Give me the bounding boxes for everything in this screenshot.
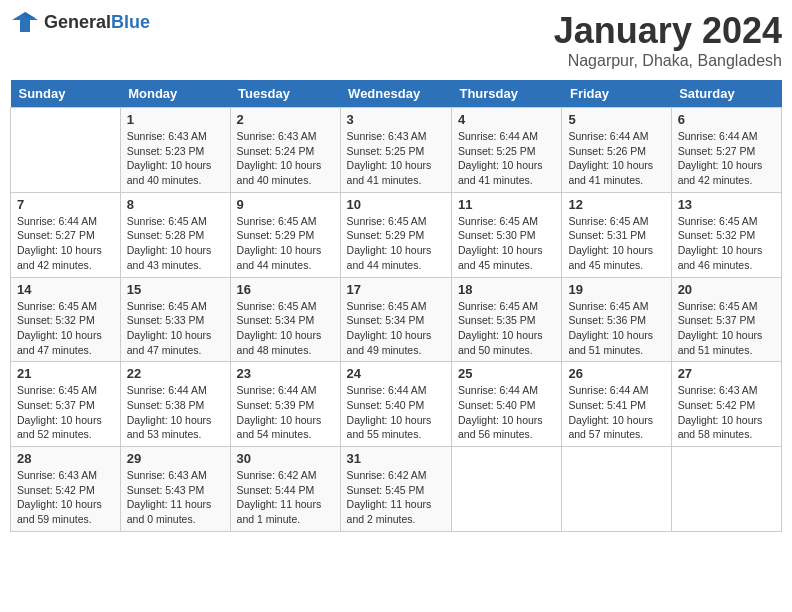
- day-number: 26: [568, 366, 664, 381]
- day-number: 31: [347, 451, 445, 466]
- day-info: Sunrise: 6:45 AM Sunset: 5:34 PM Dayligh…: [237, 299, 334, 358]
- day-info: Sunrise: 6:44 AM Sunset: 5:25 PM Dayligh…: [458, 129, 555, 188]
- day-number: 19: [568, 282, 664, 297]
- location-subtitle: Nagarpur, Dhaka, Bangladesh: [554, 52, 782, 70]
- calendar-cell: 21Sunrise: 6:45 AM Sunset: 5:37 PM Dayli…: [11, 362, 121, 447]
- day-number: 21: [17, 366, 114, 381]
- day-info: Sunrise: 6:45 AM Sunset: 5:29 PM Dayligh…: [237, 214, 334, 273]
- column-header-thursday: Thursday: [451, 80, 561, 108]
- calendar-cell: 23Sunrise: 6:44 AM Sunset: 5:39 PM Dayli…: [230, 362, 340, 447]
- column-header-monday: Monday: [120, 80, 230, 108]
- day-number: 25: [458, 366, 555, 381]
- day-number: 22: [127, 366, 224, 381]
- calendar-table: SundayMondayTuesdayWednesdayThursdayFrid…: [10, 80, 782, 532]
- day-info: Sunrise: 6:43 AM Sunset: 5:25 PM Dayligh…: [347, 129, 445, 188]
- day-info: Sunrise: 6:43 AM Sunset: 5:43 PM Dayligh…: [127, 468, 224, 527]
- day-number: 17: [347, 282, 445, 297]
- calendar-week-row: 7Sunrise: 6:44 AM Sunset: 5:27 PM Daylig…: [11, 192, 782, 277]
- day-info: Sunrise: 6:45 AM Sunset: 5:32 PM Dayligh…: [678, 214, 775, 273]
- day-info: Sunrise: 6:44 AM Sunset: 5:40 PM Dayligh…: [347, 383, 445, 442]
- day-info: Sunrise: 6:45 AM Sunset: 5:34 PM Dayligh…: [347, 299, 445, 358]
- calendar-week-row: 1Sunrise: 6:43 AM Sunset: 5:23 PM Daylig…: [11, 108, 782, 193]
- calendar-cell: 20Sunrise: 6:45 AM Sunset: 5:37 PM Dayli…: [671, 277, 781, 362]
- day-number: 10: [347, 197, 445, 212]
- calendar-cell: 26Sunrise: 6:44 AM Sunset: 5:41 PM Dayli…: [562, 362, 671, 447]
- calendar-cell: 15Sunrise: 6:45 AM Sunset: 5:33 PM Dayli…: [120, 277, 230, 362]
- calendar-cell: 19Sunrise: 6:45 AM Sunset: 5:36 PM Dayli…: [562, 277, 671, 362]
- day-number: 14: [17, 282, 114, 297]
- column-header-sunday: Sunday: [11, 80, 121, 108]
- calendar-cell: 18Sunrise: 6:45 AM Sunset: 5:35 PM Dayli…: [451, 277, 561, 362]
- day-info: Sunrise: 6:43 AM Sunset: 5:42 PM Dayligh…: [17, 468, 114, 527]
- day-number: 27: [678, 366, 775, 381]
- calendar-cell: 24Sunrise: 6:44 AM Sunset: 5:40 PM Dayli…: [340, 362, 451, 447]
- day-number: 11: [458, 197, 555, 212]
- day-info: Sunrise: 6:43 AM Sunset: 5:23 PM Dayligh…: [127, 129, 224, 188]
- page-header: GeneralBlue January 2024 Nagarpur, Dhaka…: [10, 10, 782, 70]
- calendar-week-row: 28Sunrise: 6:43 AM Sunset: 5:42 PM Dayli…: [11, 447, 782, 532]
- calendar-cell: 11Sunrise: 6:45 AM Sunset: 5:30 PM Dayli…: [451, 192, 561, 277]
- day-info: Sunrise: 6:45 AM Sunset: 5:36 PM Dayligh…: [568, 299, 664, 358]
- column-header-friday: Friday: [562, 80, 671, 108]
- calendar-cell: 10Sunrise: 6:45 AM Sunset: 5:29 PM Dayli…: [340, 192, 451, 277]
- day-number: 6: [678, 112, 775, 127]
- column-header-wednesday: Wednesday: [340, 80, 451, 108]
- calendar-cell: 13Sunrise: 6:45 AM Sunset: 5:32 PM Dayli…: [671, 192, 781, 277]
- calendar-week-row: 21Sunrise: 6:45 AM Sunset: 5:37 PM Dayli…: [11, 362, 782, 447]
- calendar-cell: 22Sunrise: 6:44 AM Sunset: 5:38 PM Dayli…: [120, 362, 230, 447]
- calendar-cell: 30Sunrise: 6:42 AM Sunset: 5:44 PM Dayli…: [230, 447, 340, 532]
- day-info: Sunrise: 6:42 AM Sunset: 5:45 PM Dayligh…: [347, 468, 445, 527]
- calendar-cell: 14Sunrise: 6:45 AM Sunset: 5:32 PM Dayli…: [11, 277, 121, 362]
- day-number: 29: [127, 451, 224, 466]
- day-info: Sunrise: 6:45 AM Sunset: 5:37 PM Dayligh…: [17, 383, 114, 442]
- calendar-cell: 17Sunrise: 6:45 AM Sunset: 5:34 PM Dayli…: [340, 277, 451, 362]
- day-info: Sunrise: 6:45 AM Sunset: 5:35 PM Dayligh…: [458, 299, 555, 358]
- calendar-cell: 16Sunrise: 6:45 AM Sunset: 5:34 PM Dayli…: [230, 277, 340, 362]
- logo-general: GeneralBlue: [44, 12, 150, 33]
- calendar-cell: [11, 108, 121, 193]
- logo-bird-icon: [10, 10, 40, 34]
- day-number: 30: [237, 451, 334, 466]
- day-number: 3: [347, 112, 445, 127]
- calendar-cell: 27Sunrise: 6:43 AM Sunset: 5:42 PM Dayli…: [671, 362, 781, 447]
- day-number: 16: [237, 282, 334, 297]
- calendar-cell: 29Sunrise: 6:43 AM Sunset: 5:43 PM Dayli…: [120, 447, 230, 532]
- calendar-cell: 4Sunrise: 6:44 AM Sunset: 5:25 PM Daylig…: [451, 108, 561, 193]
- day-info: Sunrise: 6:44 AM Sunset: 5:27 PM Dayligh…: [678, 129, 775, 188]
- day-info: Sunrise: 6:45 AM Sunset: 5:30 PM Dayligh…: [458, 214, 555, 273]
- svg-marker-1: [25, 12, 35, 18]
- day-number: 18: [458, 282, 555, 297]
- day-number: 28: [17, 451, 114, 466]
- month-year-title: January 2024: [554, 10, 782, 52]
- calendar-cell: 31Sunrise: 6:42 AM Sunset: 5:45 PM Dayli…: [340, 447, 451, 532]
- day-number: 12: [568, 197, 664, 212]
- day-number: 2: [237, 112, 334, 127]
- column-header-tuesday: Tuesday: [230, 80, 340, 108]
- day-info: Sunrise: 6:45 AM Sunset: 5:28 PM Dayligh…: [127, 214, 224, 273]
- calendar-cell: 5Sunrise: 6:44 AM Sunset: 5:26 PM Daylig…: [562, 108, 671, 193]
- day-info: Sunrise: 6:43 AM Sunset: 5:24 PM Dayligh…: [237, 129, 334, 188]
- day-number: 4: [458, 112, 555, 127]
- day-number: 1: [127, 112, 224, 127]
- calendar-cell: 8Sunrise: 6:45 AM Sunset: 5:28 PM Daylig…: [120, 192, 230, 277]
- calendar-cell: [562, 447, 671, 532]
- day-number: 13: [678, 197, 775, 212]
- day-number: 9: [237, 197, 334, 212]
- calendar-cell: 6Sunrise: 6:44 AM Sunset: 5:27 PM Daylig…: [671, 108, 781, 193]
- day-info: Sunrise: 6:44 AM Sunset: 5:27 PM Dayligh…: [17, 214, 114, 273]
- day-number: 20: [678, 282, 775, 297]
- day-info: Sunrise: 6:45 AM Sunset: 5:33 PM Dayligh…: [127, 299, 224, 358]
- calendar-cell: [671, 447, 781, 532]
- day-number: 7: [17, 197, 114, 212]
- day-info: Sunrise: 6:44 AM Sunset: 5:38 PM Dayligh…: [127, 383, 224, 442]
- calendar-cell: 9Sunrise: 6:45 AM Sunset: 5:29 PM Daylig…: [230, 192, 340, 277]
- day-number: 8: [127, 197, 224, 212]
- calendar-cell: 3Sunrise: 6:43 AM Sunset: 5:25 PM Daylig…: [340, 108, 451, 193]
- day-number: 15: [127, 282, 224, 297]
- day-info: Sunrise: 6:44 AM Sunset: 5:39 PM Dayligh…: [237, 383, 334, 442]
- day-info: Sunrise: 6:45 AM Sunset: 5:37 PM Dayligh…: [678, 299, 775, 358]
- calendar-cell: 28Sunrise: 6:43 AM Sunset: 5:42 PM Dayli…: [11, 447, 121, 532]
- logo: GeneralBlue: [10, 10, 150, 34]
- calendar-cell: 12Sunrise: 6:45 AM Sunset: 5:31 PM Dayli…: [562, 192, 671, 277]
- day-info: Sunrise: 6:43 AM Sunset: 5:42 PM Dayligh…: [678, 383, 775, 442]
